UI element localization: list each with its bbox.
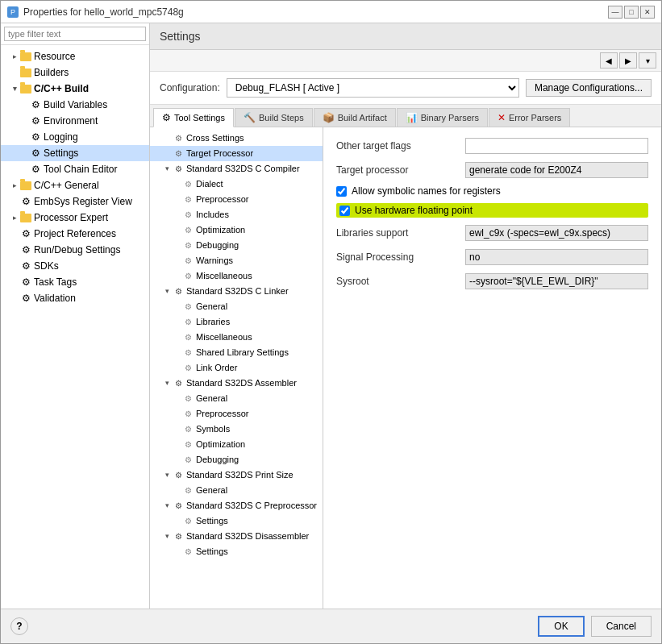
tool-icon: ⚙ bbox=[182, 347, 194, 359]
inner-item-target-processor[interactable]: ⚙ Target Processor bbox=[150, 146, 323, 161]
sidebar-item-builders[interactable]: Builders bbox=[1, 64, 149, 81]
inner-item-label: Cross Settings bbox=[186, 131, 244, 145]
close-button[interactable]: ✕ bbox=[640, 6, 655, 19]
other-target-flags-label: Other target flags bbox=[336, 140, 465, 152]
sidebar-item-build-variables[interactable]: ⚙ Build Variables bbox=[1, 97, 149, 113]
back-button[interactable]: ◀ bbox=[600, 52, 618, 69]
sidebar-item-label: SDKs bbox=[34, 259, 59, 273]
sidebar-item-processor-expert[interactable]: Processor Expert bbox=[1, 210, 149, 226]
tab-label: Build Artifact bbox=[338, 113, 387, 123]
tab-error-parsers[interactable]: ✕ Error Parsers bbox=[489, 108, 570, 127]
target-processor-input[interactable] bbox=[465, 162, 648, 178]
tab-build-artifact[interactable]: 📦 Build Artifact bbox=[314, 108, 396, 127]
ok-button[interactable]: OK bbox=[538, 616, 584, 637]
inner-item-asm-preprocessor[interactable]: ⚙ Preprocessor bbox=[150, 406, 323, 422]
arrow-icon bbox=[10, 181, 19, 189]
libraries-support-row: Libraries support bbox=[336, 224, 648, 242]
libraries-support-input[interactable] bbox=[465, 225, 648, 241]
tool-icon: ⚙ bbox=[182, 393, 194, 405]
inner-item-linker-general[interactable]: ⚙ General bbox=[150, 299, 323, 314]
tool-icon: ⚙ bbox=[182, 332, 194, 343]
menu-button[interactable]: ▾ bbox=[639, 52, 656, 69]
sidebar-item-task-tags[interactable]: ⚙ Task Tags bbox=[1, 274, 149, 290]
inner-item-preprocessor[interactable]: ⚙ Preprocessor bbox=[150, 192, 323, 207]
sidebar-item-validation[interactable]: ⚙ Validation bbox=[1, 290, 149, 306]
inner-item-asm-debugging[interactable]: ⚙ Debugging bbox=[150, 452, 323, 467]
tab-binary-parsers[interactable]: 📊 Binary Parsers bbox=[397, 108, 488, 127]
sidebar-item-label: Tool Chain Editor bbox=[44, 162, 117, 177]
inner-item-miscellaneous[interactable]: ⚙ Miscellaneous bbox=[150, 268, 323, 284]
sidebar-item-tool-chain-editor[interactable]: ⚙ Tool Chain Editor bbox=[1, 161, 149, 177]
inner-item-asm-general[interactable]: ⚙ General bbox=[150, 391, 323, 406]
config-select[interactable]: Debug_FLASH [ Active ] bbox=[227, 78, 519, 98]
minimize-button[interactable]: — bbox=[608, 6, 622, 19]
tool-icon: ⚙ bbox=[182, 409, 194, 420]
inner-item-label: Miscellaneous bbox=[196, 269, 252, 283]
inner-item-label: Standard S32DS C Compiler bbox=[186, 162, 300, 176]
inner-item-link-order[interactable]: ⚙ Link Order bbox=[150, 360, 323, 376]
sidebar-item-label: Run/Debug Settings bbox=[34, 243, 120, 257]
sidebar-item-logging[interactable]: ⚙ Logging bbox=[1, 129, 149, 145]
inner-item-print-general[interactable]: ⚙ General bbox=[150, 483, 323, 498]
inner-item-label: Settings bbox=[196, 545, 228, 559]
inner-item-symbols[interactable]: ⚙ Symbols bbox=[150, 422, 323, 437]
manage-configurations-button[interactable]: Manage Configurations... bbox=[526, 79, 652, 97]
folder-icon bbox=[20, 212, 31, 223]
inner-item-warnings[interactable]: ⚙ Warnings bbox=[150, 253, 323, 268]
signal-processing-input[interactable] bbox=[465, 249, 648, 265]
sidebar-item-embsys[interactable]: ⚙ EmbSys Register View bbox=[1, 193, 149, 210]
inner-item-linker-misc[interactable]: ⚙ Miscellaneous bbox=[150, 330, 323, 345]
title-bar: P Properties for hello_world_mpc5748g — … bbox=[1, 1, 661, 23]
sysroot-input[interactable] bbox=[465, 273, 648, 289]
bottom-left: ? bbox=[10, 617, 28, 635]
sidebar-item-run-debug[interactable]: ⚙ Run/Debug Settings bbox=[1, 242, 149, 258]
inner-item-cross-settings[interactable]: ⚙ Cross Settings bbox=[150, 131, 323, 146]
inner-item-label: Optimization bbox=[196, 223, 245, 237]
tab-tool-settings[interactable]: ⚙ Tool Settings bbox=[153, 108, 234, 127]
inner-item-s32ds-c-preprocessor[interactable]: ⚙ Standard S32DS C Preprocessor bbox=[150, 498, 323, 513]
inner-item-includes[interactable]: ⚙ Includes bbox=[150, 207, 323, 222]
cancel-button[interactable]: Cancel bbox=[591, 616, 652, 637]
use-hardware-fp-checkbox[interactable] bbox=[339, 206, 350, 216]
tab-label: Tool Settings bbox=[174, 113, 225, 123]
inner-item-shared-lib[interactable]: ⚙ Shared Library Settings bbox=[150, 345, 323, 360]
forward-button[interactable]: ▶ bbox=[619, 52, 637, 69]
bottom-bar: ? OK Cancel bbox=[1, 609, 661, 643]
tool-icon: ⚙ bbox=[182, 424, 194, 435]
sidebar-item-environment[interactable]: ⚙ Environment bbox=[1, 113, 149, 129]
inner-item-libraries[interactable]: ⚙ Libraries bbox=[150, 314, 323, 330]
inner-item-optimization[interactable]: ⚙ Optimization bbox=[150, 222, 323, 238]
inner-item-s32ds-disassembler[interactable]: ⚙ Standard S32DS Disassembler bbox=[150, 529, 323, 544]
tab-build-steps[interactable]: 🔨 Build Steps bbox=[235, 108, 313, 127]
config-row: Configuration: Debug_FLASH [ Active ] Ma… bbox=[150, 72, 661, 105]
sidebar-item-settings[interactable]: ⚙ Settings bbox=[1, 145, 149, 161]
bottom-right: OK Cancel bbox=[538, 616, 652, 637]
inner-item-dis-settings[interactable]: ⚙ Settings bbox=[150, 544, 323, 559]
inner-item-asm-optimization[interactable]: ⚙ Optimization bbox=[150, 437, 323, 452]
help-button[interactable]: ? bbox=[10, 617, 28, 635]
sidebar-item-resource[interactable]: Resource bbox=[1, 48, 149, 64]
inner-item-debugging[interactable]: ⚙ Debugging bbox=[150, 238, 323, 253]
inner-item-label: Debugging bbox=[196, 453, 239, 467]
inner-item-label: Preprocessor bbox=[196, 193, 248, 206]
inner-item-s32ds-assembler[interactable]: ⚙ Standard S32DS Assembler bbox=[150, 376, 323, 391]
inner-item-cpp-settings[interactable]: ⚙ Settings bbox=[150, 513, 323, 529]
sidebar-item-project-references[interactable]: ⚙ Project References bbox=[1, 226, 149, 242]
inner-item-print-size[interactable]: ⚙ Standard S32DS Print Size bbox=[150, 467, 323, 483]
inner-item-s32ds-c-compiler[interactable]: ⚙ Standard S32DS C Compiler bbox=[150, 161, 323, 177]
allow-symbolic-checkbox[interactable] bbox=[336, 186, 347, 197]
inner-item-dialect[interactable]: ⚙ Dialect bbox=[150, 177, 323, 192]
arrow-icon bbox=[163, 472, 171, 480]
window-icon: P bbox=[7, 6, 19, 18]
maximize-button[interactable]: □ bbox=[624, 6, 639, 19]
filter-input[interactable] bbox=[4, 27, 146, 41]
sidebar-item-cxx-build[interactable]: C/C++ Build bbox=[1, 81, 149, 97]
sidebar-item-cxx-general[interactable]: C/C++ General bbox=[1, 177, 149, 193]
tab-label: Binary Parsers bbox=[421, 113, 479, 123]
other-target-flags-input[interactable] bbox=[465, 138, 648, 154]
sidebar-item-sdks[interactable]: ⚙ SDKs bbox=[1, 258, 149, 274]
build-steps-icon: 🔨 bbox=[244, 112, 256, 123]
inner-item-s32ds-c-linker[interactable]: ⚙ Standard S32DS C Linker bbox=[150, 284, 323, 299]
tool-icon: ⚙ bbox=[182, 455, 194, 466]
sidebar-item-label: EmbSys Register View bbox=[34, 194, 132, 209]
